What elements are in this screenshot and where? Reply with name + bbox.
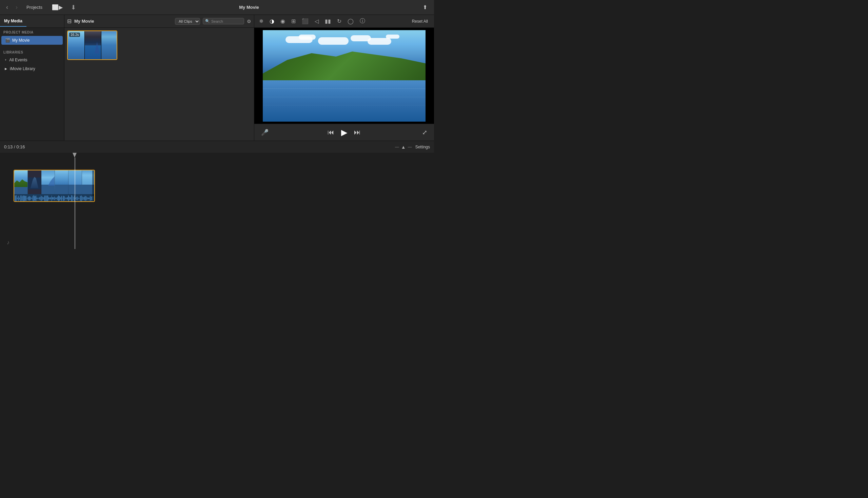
skip-back-button[interactable]: ⏮ [328, 128, 334, 136]
clip-right-handle[interactable] [92, 170, 94, 201]
frame-3 [41, 170, 55, 194]
waveform-bar [41, 196, 41, 201]
playback-controls: 🎤 ⏮ ▶ ⏭ ⤢ [254, 124, 434, 141]
fullscreen-button[interactable]: ⤢ [422, 129, 427, 136]
waveform-bar [90, 196, 90, 200]
waveform-bar [21, 195, 21, 201]
magic-wand-button[interactable]: ✵ [258, 17, 265, 25]
share-button[interactable]: ⬆ [420, 3, 430, 12]
overlay-button[interactable]: ◯ [346, 17, 355, 25]
waveform-bar [80, 196, 81, 201]
timeline-clip[interactable] [14, 170, 95, 202]
expand-icon: + [5, 58, 7, 62]
left-panel: My Media PROJECT MEDIA 🎬 My Movie LIBRAR… [0, 15, 64, 141]
total-time: 0:16 [16, 144, 25, 149]
waveform-bar [69, 197, 70, 199]
crop-button[interactable]: ⊞ [290, 17, 297, 25]
main-content: My Media PROJECT MEDIA 🎬 My Movie LIBRAR… [0, 15, 434, 141]
waveform-bar [60, 197, 61, 199]
waveform-bar [28, 197, 28, 199]
waveform-bar [44, 196, 45, 201]
media-grid: 16.2s [64, 28, 254, 141]
waveform-bar [52, 196, 52, 201]
waveform-bar [31, 197, 31, 199]
all-events-label: All Events [9, 57, 27, 62]
waveform-bar [77, 196, 78, 200]
timeline-settings-button[interactable]: Settings [416, 145, 430, 149]
waveform-bar [26, 196, 26, 201]
toggle-sidebar-button[interactable]: ⊟ [67, 18, 72, 24]
waveform-bar [51, 197, 51, 199]
film-icon: 🎬 [5, 38, 10, 43]
edit-tools: ✵ ◑ ◉ ⊞ ⬛ ◁ ▮▮ ↻ ◯ ⓘ Reset All [254, 15, 434, 28]
waveform-bar [18, 196, 18, 201]
waveform-bar [79, 198, 80, 199]
waveform-bar [34, 195, 34, 201]
mic-button[interactable]: 🎤 [261, 129, 269, 136]
zoom-cursor-icon: ▲ [401, 144, 406, 150]
clip-frames [14, 170, 94, 194]
waveform-bar [63, 196, 64, 201]
waveform-bar [15, 196, 16, 201]
info-button[interactable]: ⓘ [358, 17, 367, 25]
waveform-bar [57, 196, 58, 200]
media-tabs: My Media [0, 15, 64, 28]
waveform-bar [91, 196, 91, 200]
speed-button[interactable]: ↻ [336, 17, 343, 25]
palette-button[interactable]: ◉ [279, 17, 286, 25]
waveform-bar [71, 195, 72, 201]
waveform-bar [65, 197, 66, 199]
projects-button[interactable]: Projects [23, 3, 46, 11]
frame-2 [28, 170, 41, 194]
waveform-bar [55, 197, 56, 199]
skip-forward-button[interactable]: ⏭ [354, 128, 361, 136]
zoom-min-icon: — [395, 145, 399, 149]
sidebar-item-imovie-library[interactable]: ▶ iMovie Library [1, 65, 63, 73]
volume-button[interactable]: ◁ [313, 17, 320, 25]
waveform-bar [59, 196, 60, 200]
media-settings-button[interactable]: ⚙ [247, 18, 251, 24]
waveform-bar [27, 198, 27, 199]
back-button[interactable]: ‹ [4, 3, 10, 12]
playhead[interactable] [75, 153, 75, 249]
clip-thumbnail[interactable]: 16.2s [67, 30, 117, 60]
reset-all-button[interactable]: Reset All [409, 18, 431, 25]
waveform-bar [81, 196, 82, 201]
sidebar-item-my-movie[interactable]: 🎬 My Movie [1, 36, 63, 45]
waveform-bar [46, 196, 46, 201]
waveform-bar [82, 196, 83, 200]
waveform-bar [39, 197, 39, 199]
play-button[interactable]: ▶ [341, 128, 347, 137]
sidebar-item-all-events[interactable]: + All Events [1, 56, 63, 64]
waveform-bar [20, 196, 21, 200]
timeline-controls-right: — ▲ — Settings [395, 144, 430, 150]
waveform-bar [61, 196, 62, 201]
zoom-max-icon: — [408, 145, 412, 149]
waveform-bar [89, 197, 90, 199]
filter-select[interactable]: All Clips [175, 18, 200, 25]
waveform-bar [29, 196, 29, 201]
waveform-bar [40, 197, 40, 200]
search-input[interactable] [211, 19, 242, 23]
waveform-bar [88, 197, 89, 199]
tab-my-media[interactable]: My Media [0, 16, 26, 27]
waveform-bar [37, 197, 37, 199]
music-icon-row: ♪ [7, 239, 10, 246]
video-frame [263, 30, 425, 122]
timeline-zoom: — ▲ — [395, 144, 412, 150]
collapse-icon: ▶ [5, 67, 7, 70]
forward-button[interactable]: › [14, 3, 20, 12]
add-clip-button[interactable]: ⬜▶ [49, 3, 65, 12]
app-title: My Movie [239, 5, 259, 10]
waveform-bar [66, 197, 67, 199]
waveform-bar [83, 197, 84, 200]
waveform-bar [42, 197, 43, 200]
toolbar-right: ⬆ [420, 3, 430, 12]
download-button[interactable]: ⬇ [69, 3, 78, 12]
eq-button[interactable]: ▮▮ [323, 17, 332, 25]
stabilization-button[interactable]: ⬛ [301, 17, 310, 25]
color-correction-button[interactable]: ◑ [268, 17, 276, 25]
timeline-header: 0:13 / 0:16 — ▲ — Settings [0, 141, 434, 153]
center-panel: ⊟ My Movie All Clips 🔍 ⚙ [64, 15, 254, 141]
frame-5 [68, 170, 82, 194]
